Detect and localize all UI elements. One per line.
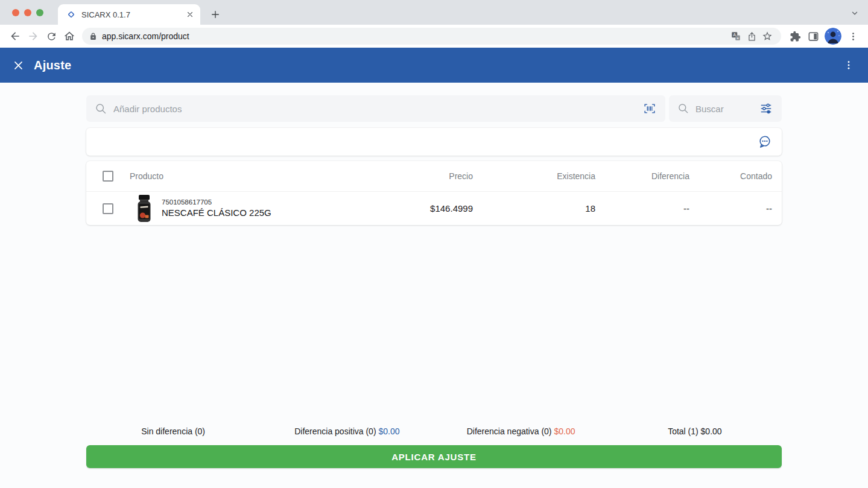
column-header-diferencia: Diferencia [595, 171, 689, 181]
translate-icon[interactable]: A a [728, 28, 744, 44]
app-header: Ajuste [0, 48, 868, 83]
select-all-checkbox[interactable] [103, 171, 113, 182]
buscar-input[interactable] [695, 104, 758, 114]
add-products-field[interactable] [86, 95, 665, 122]
product-counted: -- [689, 203, 772, 214]
filter-tune-icon[interactable] [758, 100, 775, 117]
home-icon[interactable] [60, 27, 78, 45]
new-tab-button[interactable] [207, 7, 223, 22]
page-title: Ajuste [34, 59, 840, 72]
tab-close-icon[interactable] [186, 10, 194, 19]
summary-positive-difference: Diferencia positiva (0)$0.00 [260, 426, 434, 436]
column-header-existencia: Existencia [473, 171, 595, 181]
tab-search-chevron-icon[interactable] [849, 7, 861, 19]
product-price: $146.4999 [388, 203, 473, 214]
buscar-field[interactable] [669, 95, 782, 122]
lock-icon[interactable] [89, 33, 97, 40]
window-zoom-button[interactable] [36, 9, 43, 16]
forward-icon[interactable] [24, 27, 42, 45]
summary-row: Sin diferencia (0) Diferencia positiva (… [86, 426, 782, 436]
window-controls [12, 9, 43, 16]
search-icon [95, 103, 107, 115]
app-menu-kebab-icon[interactable] [840, 57, 857, 74]
positive-amount: $0.00 [379, 426, 400, 436]
negative-amount: $0.00 [554, 426, 575, 436]
extensions-puzzle-icon[interactable] [786, 27, 804, 45]
back-icon[interactable] [6, 27, 24, 45]
table-row[interactable]: 7501058617705 NESCAFÉ CLÁSICO 225G $146.… [86, 192, 782, 225]
add-products-input[interactable] [113, 104, 641, 114]
browser-toolbar: app.sicarx.com/product A a [0, 25, 868, 48]
profile-avatar[interactable] [825, 28, 841, 45]
favicon-diamond-icon [66, 10, 76, 19]
tab-strip: SICARX 0.1.7 [0, 0, 868, 25]
summary-total: Total (1) $0.00 [608, 426, 782, 436]
browser-tab[interactable]: SICARX 0.1.7 [58, 4, 200, 25]
barcode-scan-icon[interactable] [641, 100, 658, 117]
table-header-row: Producto Precio Existencia Diferencia Co… [86, 161, 782, 192]
tab-title: SICARX 0.1.7 [81, 10, 186, 19]
comment-bubble-icon[interactable] [756, 133, 773, 150]
product-barcode: 7501058617705 [162, 198, 271, 207]
products-table: Producto Precio Existencia Diferencia Co… [86, 161, 782, 225]
window-minimize-button[interactable] [24, 9, 31, 16]
content-area: Producto Precio Existencia Diferencia Co… [86, 95, 782, 468]
window-close-button[interactable] [12, 9, 19, 16]
search-icon [677, 103, 689, 115]
summary-negative-difference: Diferencia negativa (0)$0.00 [434, 426, 608, 436]
product-thumbnail [137, 195, 151, 223]
side-panel-icon[interactable] [804, 27, 822, 45]
column-header-contado: Contado [689, 171, 772, 181]
search-row [86, 95, 782, 122]
browser-menu-kebab-icon[interactable] [844, 27, 862, 45]
summary-no-difference: Sin diferencia (0) [86, 426, 260, 436]
product-stock: 18 [473, 203, 595, 214]
bookmark-star-icon[interactable] [759, 28, 775, 44]
share-icon[interactable] [744, 28, 759, 44]
message-bar [86, 128, 782, 156]
row-checkbox[interactable] [103, 203, 113, 214]
product-name: NESCAFÉ CLÁSICO 225G [162, 207, 271, 219]
column-header-precio: Precio [388, 171, 473, 181]
url-text: app.sicarx.com/product [102, 31, 728, 41]
apply-adjustment-button[interactable]: APLICAR AJUSTE [86, 445, 782, 468]
column-header-producto: Producto [130, 171, 388, 181]
product-difference: -- [595, 203, 689, 214]
reload-icon[interactable] [42, 27, 60, 45]
url-bar[interactable]: app.sicarx.com/product A a [82, 28, 781, 45]
close-icon[interactable] [10, 57, 27, 74]
